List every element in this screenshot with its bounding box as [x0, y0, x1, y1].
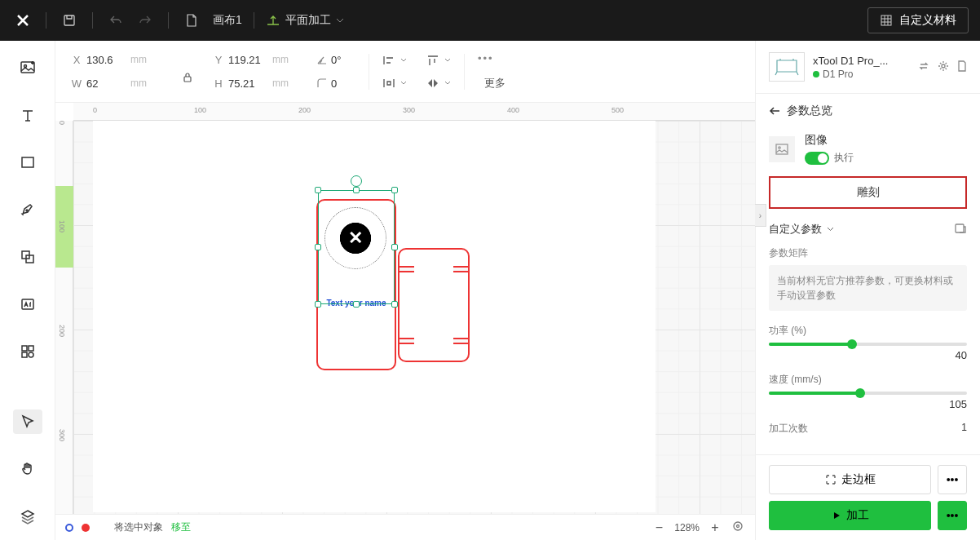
svg-point-12	[29, 352, 33, 357]
properties-bar: X130.6mm W62mm Y119.21mm H75.21mm 0° 0	[55, 41, 755, 103]
design-object-2[interactable]	[398, 248, 470, 362]
zoom-value[interactable]: 128%	[674, 522, 700, 533]
svg-rect-10	[29, 346, 33, 351]
object-type-label: 图像	[805, 133, 854, 148]
svg-rect-11	[22, 352, 27, 357]
move-action[interactable]: 移至	[171, 520, 191, 534]
y-input[interactable]: 119.21	[228, 54, 269, 66]
selection-frame[interactable]	[318, 190, 395, 304]
canvas-area[interactable]: -100 0 100 200 300 400 500 0 100 200 300…	[55, 103, 755, 514]
custom-params-label[interactable]: 自定义参数	[769, 222, 822, 237]
passes-value[interactable]: 1	[961, 422, 967, 436]
layer-dot-2[interactable]	[82, 524, 90, 532]
radius-icon	[316, 77, 328, 89]
export-params-icon[interactable]	[954, 223, 967, 237]
back-button[interactable]: 参数总览	[769, 104, 967, 118]
align-v-icon[interactable]	[426, 55, 451, 66]
svg-rect-9	[22, 346, 27, 351]
x-input[interactable]: 130.6	[86, 54, 127, 66]
outline-more-icon[interactable]: •••	[938, 465, 967, 494]
hand-tool-icon[interactable]	[13, 457, 42, 481]
process-more-icon[interactable]: •••	[938, 501, 967, 530]
speed-label: 速度 (mm/s)	[769, 373, 967, 387]
svg-point-18	[779, 146, 780, 148]
ruler-horizontal: -100 0 100 200 300 400 500	[73, 103, 755, 121]
text-tool-icon[interactable]	[13, 103, 42, 127]
svg-rect-17	[776, 144, 788, 154]
object-type-icon	[769, 136, 795, 162]
matrix-label: 参数矩阵	[769, 246, 967, 260]
mode-label: 平面加工	[285, 13, 331, 28]
move-label: 将选中对象	[114, 520, 163, 534]
svg-rect-1	[881, 15, 891, 25]
matrix-hint: 当前材料无官方推荐参数，可更换材料或手动设置参数	[769, 265, 967, 311]
rect-tool-icon[interactable]	[13, 150, 42, 175]
bottom-bar: 将选中对象 移至 − 128% +	[55, 514, 755, 540]
flip-icon[interactable]	[426, 77, 451, 89]
zoom-fit-icon[interactable]	[731, 520, 745, 536]
zoom-in-icon[interactable]: +	[708, 520, 722, 535]
ai-tool-icon[interactable]	[13, 292, 42, 316]
document-icon[interactable]	[957, 60, 967, 74]
svg-rect-19	[956, 224, 964, 232]
passes-label: 加工次数	[769, 422, 808, 436]
mode-selector[interactable]: 平面加工	[266, 13, 344, 28]
power-value[interactable]: 40	[769, 349, 967, 361]
angle-input[interactable]: 0°	[331, 54, 355, 66]
radius-input[interactable]: 0	[331, 77, 355, 90]
canvas-name[interactable]: 画布1	[213, 13, 242, 28]
w-input[interactable]: 62	[86, 77, 127, 90]
select-tool-icon[interactable]	[13, 409, 42, 434]
collapse-panel-icon[interactable]: ›	[755, 204, 766, 227]
layer-dot-1[interactable]	[65, 524, 73, 532]
device-status: D1 Pro	[823, 69, 853, 80]
power-slider[interactable]	[769, 343, 967, 346]
custom-material-button[interactable]: 自定义材料	[867, 7, 969, 33]
align-h-icon[interactable]	[382, 55, 407, 66]
svg-rect-8	[22, 299, 33, 309]
settings-icon[interactable]	[938, 60, 949, 74]
rotate-handle[interactable]	[351, 175, 362, 187]
file-icon	[180, 9, 203, 32]
outline-button[interactable]: 走边框	[769, 465, 931, 494]
svg-point-15	[737, 525, 739, 527]
svg-point-3	[24, 65, 26, 68]
power-label: 功率 (%)	[769, 324, 967, 338]
lock-aspect-icon[interactable]	[183, 72, 192, 83]
app-logo[interactable]	[11, 9, 34, 32]
device-image	[769, 52, 805, 82]
pen-tool-icon[interactable]	[13, 197, 42, 222]
speed-slider[interactable]	[769, 392, 967, 395]
apps-tool-icon[interactable]	[13, 339, 42, 364]
ruler-vertical: 0 100 200 300 400	[55, 121, 73, 514]
distribute-icon[interactable]	[382, 77, 407, 89]
h-input[interactable]: 75.21	[228, 77, 269, 90]
right-panel: › xTool D1 Pro_... D1 Pro 参数总览 图像	[755, 41, 980, 540]
left-toolbar	[0, 41, 55, 540]
device-section: xTool D1 Pro_... D1 Pro	[756, 41, 980, 94]
redo-icon[interactable]	[134, 9, 157, 32]
svg-point-14	[734, 522, 742, 530]
sync-icon[interactable]	[918, 60, 929, 74]
process-button[interactable]: 加工	[769, 501, 931, 530]
svg-point-5	[26, 210, 28, 211]
save-icon[interactable]	[58, 9, 81, 32]
image-tool-icon[interactable]	[13, 55, 42, 80]
angle-icon	[316, 54, 328, 65]
speed-value[interactable]: 105	[769, 398, 967, 410]
svg-point-16	[942, 64, 945, 68]
zoom-out-icon[interactable]: −	[651, 520, 666, 535]
top-bar: 画布1 平面加工 自定义材料	[0, 0, 980, 41]
layers-tool-icon[interactable]	[13, 504, 42, 529]
undo-icon[interactable]	[104, 9, 127, 32]
svg-rect-13	[184, 77, 191, 82]
execute-toggle[interactable]	[805, 152, 829, 165]
device-name: xTool D1 Pro_...	[813, 55, 889, 67]
more-button[interactable]: 更多	[484, 76, 505, 91]
shape-tool-icon[interactable]	[13, 245, 42, 269]
engrave-button[interactable]: 雕刻	[769, 176, 967, 209]
svg-rect-4	[22, 157, 33, 167]
svg-rect-0	[64, 15, 74, 25]
